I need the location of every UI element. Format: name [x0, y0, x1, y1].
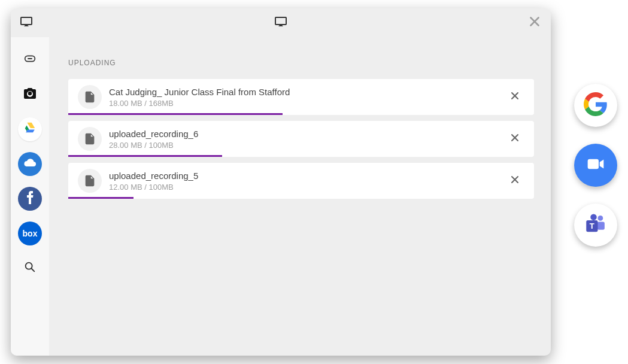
device-center-icon — [274, 14, 288, 31]
file-icon — [78, 169, 102, 193]
facebook-icon — [26, 190, 34, 207]
sidebar-item-box[interactable]: box — [18, 222, 42, 245]
file-info: uploaded_recording_6 28.00 MB / 100MB — [109, 129, 505, 150]
progress-bar — [68, 197, 134, 199]
sidebar-item-link[interactable] — [18, 48, 42, 72]
link-icon — [23, 52, 37, 68]
file-meta: 18.00 MB / 168MB — [109, 99, 505, 108]
svg-point-12 — [590, 214, 597, 220]
dialog-header — [11, 8, 551, 37]
source-sidebar: box — [11, 37, 49, 356]
google-drive-icon — [23, 122, 37, 137]
google-icon — [584, 92, 608, 119]
external-app-google[interactable] — [574, 84, 617, 127]
sidebar-item-camera[interactable] — [18, 83, 42, 107]
upload-row: Cat Judging_ Junior Class Final from Sta… — [68, 79, 534, 115]
section-title: UPLOADING — [68, 59, 534, 67]
file-icon — [78, 127, 102, 151]
svg-point-11 — [598, 216, 603, 221]
svg-point-2 — [26, 263, 32, 269]
camera-icon — [23, 86, 37, 103]
progress-bar — [68, 113, 283, 115]
progress-bar — [68, 155, 222, 157]
file-meta: 28.00 MB / 100MB — [109, 141, 505, 150]
sidebar-item-google-drive[interactable] — [18, 117, 42, 141]
sidebar-item-search[interactable] — [18, 256, 42, 280]
file-info: Cat Judging_ Junior Class Final from Sta… — [109, 87, 505, 108]
device-icon — [19, 14, 34, 31]
close-dialog-button[interactable] — [527, 14, 542, 32]
external-app-teams[interactable]: T — [574, 204, 617, 247]
cancel-upload-button[interactable] — [505, 86, 524, 108]
sidebar-item-facebook[interactable] — [18, 187, 42, 211]
cancel-upload-button[interactable] — [505, 128, 524, 150]
external-app-zoom[interactable] — [574, 144, 617, 187]
svg-text:T: T — [590, 222, 594, 230]
file-name: uploaded_recording_6 — [109, 129, 505, 139]
search-icon — [23, 260, 37, 276]
svg-line-3 — [32, 269, 35, 272]
box-icon: box — [23, 229, 38, 238]
dialog-body: box UPLOADING Cat Judging_ Junior Class … — [11, 37, 551, 356]
upload-row: uploaded_recording_6 28.00 MB / 100MB — [68, 121, 534, 157]
file-icon — [78, 85, 102, 109]
teams-icon: T — [583, 211, 608, 239]
file-name: uploaded_recording_5 — [109, 171, 505, 181]
file-meta: 12.00 MB / 100MB — [109, 183, 505, 192]
upload-dialog: box UPLOADING Cat Judging_ Junior Class … — [11, 8, 551, 356]
sidebar-item-onedrive[interactable] — [18, 152, 42, 176]
file-name: Cat Judging_ Junior Class Final from Sta… — [109, 87, 505, 98]
zoom-icon — [584, 152, 608, 178]
external-apps: T — [574, 84, 617, 247]
svg-rect-13 — [597, 222, 605, 230]
svg-rect-10 — [588, 159, 599, 169]
file-info: uploaded_recording_5 12.00 MB / 100MB — [109, 171, 505, 192]
upload-list: UPLOADING Cat Judging_ Junior Class Fina… — [49, 37, 551, 356]
onedrive-icon — [23, 156, 37, 172]
cancel-upload-button[interactable] — [505, 170, 524, 192]
upload-row: uploaded_recording_5 12.00 MB / 100MB — [68, 163, 534, 199]
